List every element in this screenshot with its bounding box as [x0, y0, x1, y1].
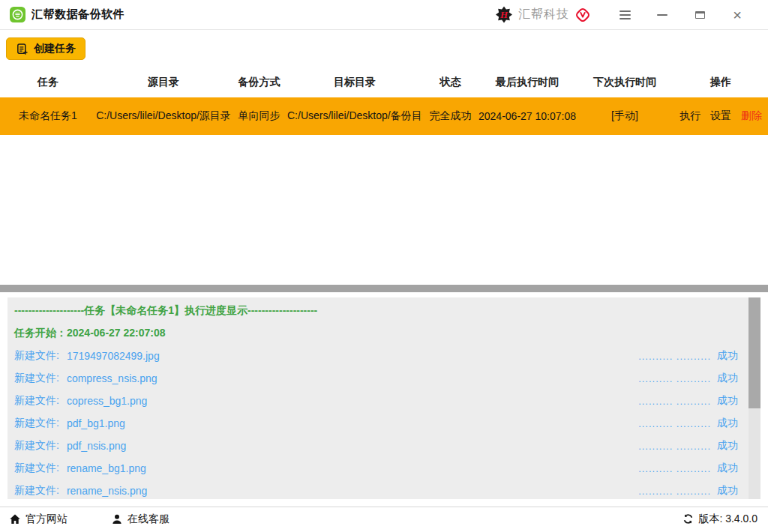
cell-status: 完全成功 [422, 109, 478, 123]
file-row-label: 新建文件: [14, 439, 59, 453]
log-file-row: 新建文件: rename_nsis.png .......... .......… [14, 480, 760, 499]
file-name: pdf_bg1.png [67, 417, 125, 429]
delete-action-link[interactable]: 删除 [741, 109, 762, 123]
status-bar: 官方网站 在线客服 版本: 3.4.0.0 [0, 507, 768, 531]
dots-leader: .......... .......... [638, 463, 711, 474]
file-status: 成功 [717, 439, 738, 453]
file-row-label: 新建文件: [14, 394, 59, 408]
app-title: 汇帮数据备份软件 [32, 7, 124, 22]
log-file-row: 新建文件: rename_bg1.png .......... ........… [14, 457, 760, 480]
execution-log-panel: --------------------任务【未命名任务1】执行进度显示----… [8, 297, 760, 499]
settings-action-link[interactable]: 设置 [710, 109, 731, 123]
maximize-button[interactable] [681, 0, 718, 30]
log-file-row: 新建文件: pdf_nsis.png .......... ..........… [14, 435, 760, 457]
dots-leader: .......... .......... [638, 373, 711, 384]
dots-leader: .......... .......... [638, 351, 711, 362]
create-task-label: 创建任务 [34, 42, 76, 55]
log-start-line: 任务开始：2024-06-27 22:07:08 [14, 322, 760, 345]
file-row-label: 新建文件: [14, 372, 59, 385]
file-status: 成功 [717, 462, 738, 475]
empty-task-area [0, 135, 768, 285]
file-status: 成功 [717, 394, 738, 408]
log-file-row: 新建文件: pdf_bg1.png .......... ..........成… [14, 412, 760, 435]
header-actions: 操作 [674, 76, 768, 89]
create-task-icon [16, 43, 28, 55]
header-task: 任务 [0, 76, 96, 89]
svg-text:H: H [500, 9, 508, 20]
file-row-label: 新建文件: [14, 349, 59, 363]
log-file-row: 新建文件: copress_bg1.png .......... .......… [14, 390, 760, 412]
header-source: 源目录 [96, 76, 231, 89]
task-table-header: 任务 源目录 备份方式 目标目录 状态 最后执行时间 下次执行时间 操作 [0, 67, 768, 97]
cell-backup-method: 单向同步 [231, 109, 287, 123]
header-method: 备份方式 [231, 76, 287, 89]
file-name: compress_nsis.png [67, 372, 158, 384]
menu-button[interactable] [606, 0, 644, 30]
create-task-button[interactable]: 创建任务 [6, 37, 86, 60]
file-name: 1719497082499.jpg [67, 350, 160, 362]
log-file-row: 新建文件: 1719497082499.jpg .......... .....… [14, 345, 760, 367]
header-target: 目标目录 [287, 76, 422, 89]
file-status: 成功 [717, 349, 738, 363]
version-label: 版本: 3.4.0.0 [698, 513, 758, 526]
log-title: --------------------任务【未命名任务1】执行进度显示----… [14, 300, 760, 322]
maximize-icon [695, 11, 705, 19]
minimize-button[interactable] [644, 0, 681, 30]
online-support-label: 在线客服 [128, 513, 170, 526]
close-button[interactable]: × [718, 0, 756, 30]
file-row-label: 新建文件: [14, 462, 59, 475]
cell-last-run-time: 2024-06-27 10:07:08 [478, 110, 576, 122]
run-action-link[interactable]: 执行 [680, 109, 700, 123]
verified-badge-icon [574, 7, 591, 23]
file-row-label: 新建文件: [14, 417, 59, 430]
toolbar: 创建任务 [0, 30, 768, 67]
app-logo-icon [10, 7, 26, 22]
version-refresh-icon [682, 513, 694, 525]
file-name: copress_bg1.png [67, 395, 147, 407]
online-support-link[interactable]: 在线客服 [111, 513, 170, 526]
version-info: 版本: 3.4.0.0 [682, 513, 758, 526]
close-icon: × [733, 7, 742, 22]
brand-logo-icon: H [495, 5, 513, 24]
window-controls: × [606, 0, 756, 30]
cell-task-name: 未命名任务1 [0, 109, 96, 123]
cell-target-dir: C:/Users/lilei/Desktop/备份目录 [287, 109, 422, 123]
titlebar: 汇帮数据备份软件 H 汇帮科技 × [0, 0, 768, 30]
brand: H 汇帮科技 [495, 5, 591, 24]
header-next-run: 下次执行时间 [576, 76, 674, 89]
menu-icon [620, 8, 631, 22]
header-last-run: 最后执行时间 [478, 76, 576, 89]
minimize-icon [657, 14, 668, 16]
dots-leader: .......... .......... [638, 486, 711, 497]
dots-leader: .......... .......... [638, 418, 711, 429]
log-file-row: 新建文件: compress_nsis.png .......... .....… [14, 367, 760, 390]
file-name: pdf_nsis.png [67, 440, 126, 452]
file-name: rename_bg1.png [67, 462, 146, 474]
file-status: 成功 [717, 372, 738, 385]
official-website-link[interactable]: 官方网站 [9, 513, 68, 526]
file-row-label: 新建文件: [14, 484, 59, 498]
file-status: 成功 [717, 417, 738, 430]
header-status: 状态 [422, 76, 478, 89]
file-status: 成功 [717, 484, 738, 498]
log-scrollbar[interactable] [748, 297, 760, 499]
support-person-icon [111, 513, 123, 525]
log-scrollbar-thumb[interactable] [748, 297, 760, 408]
table-row[interactable]: 未命名任务1 C:/Users/lilei/Desktop/源目录 单向同步 C… [0, 97, 768, 135]
cell-actions: 执行 设置 删除 [674, 109, 768, 123]
dots-leader: .......... .......... [638, 396, 711, 407]
cell-source-dir: C:/Users/lilei/Desktop/源目录 [96, 109, 231, 123]
brand-name: 汇帮科技 [518, 7, 569, 22]
home-icon [9, 513, 21, 525]
dots-leader: .......... .......... [638, 441, 711, 452]
cell-next-run-time: [手动] [576, 109, 674, 123]
official-website-label: 官方网站 [26, 513, 68, 526]
panel-splitter[interactable] [0, 285, 768, 292]
file-name: rename_nsis.png [67, 485, 147, 497]
